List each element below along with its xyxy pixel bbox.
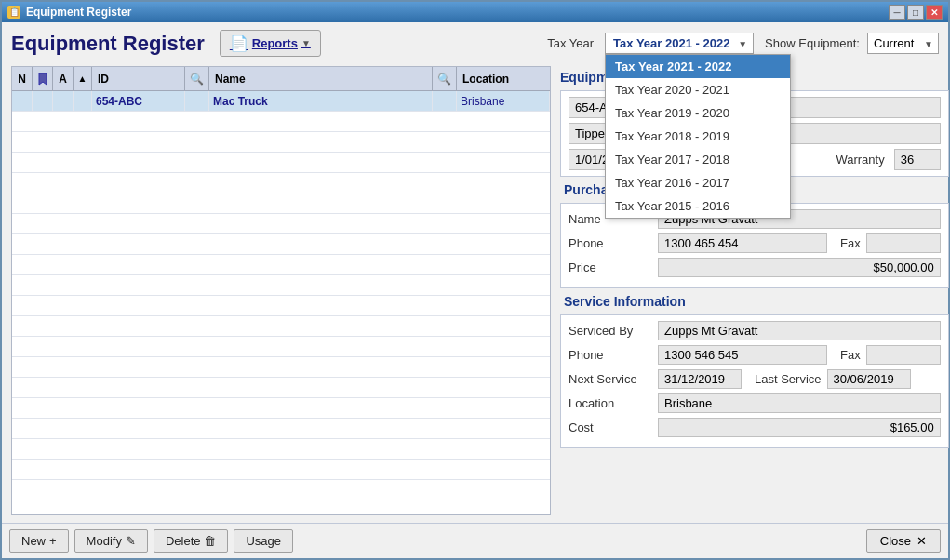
maximize-button[interactable]: □	[907, 5, 924, 20]
delete-button[interactable]: Delete 🗑	[154, 529, 229, 553]
table-row[interactable]	[12, 234, 550, 255]
purchase-phone-row: Phone Fax	[569, 233, 941, 253]
cell-bookmark	[33, 91, 53, 111]
new-icon: +	[49, 534, 57, 548]
col-a-header: A	[53, 67, 74, 90]
tax-year-option-4[interactable]: Tax Year 2017 - 2018	[606, 148, 790, 171]
search-id-icon[interactable]: 🔍	[190, 73, 204, 86]
tax-year-button[interactable]: Tax Year 2021 - 2022	[605, 33, 754, 54]
reports-label: Reports	[252, 36, 298, 50]
tax-year-option-0[interactable]: Tax Year 2021 - 2022	[606, 55, 790, 78]
table-row[interactable]	[12, 480, 550, 500]
tax-year-option-5[interactable]: Tax Year 2016 - 2017	[606, 171, 790, 194]
table-row[interactable]	[12, 378, 550, 398]
cell-sname	[433, 91, 457, 111]
bottom-left-buttons: New + Modify ✎ Delete 🗑 Usage	[9, 529, 293, 553]
service-location-row: Location	[569, 393, 941, 413]
cell-sid	[185, 91, 209, 111]
show-equipment-wrapper[interactable]: Current All Inactive	[867, 33, 939, 54]
top-controls: Tax Year Tax Year 2021 - 2022 Tax Year 2…	[547, 33, 939, 54]
reports-button[interactable]: 📄 Reports ▼	[220, 30, 321, 57]
service-fax-field[interactable]	[866, 345, 941, 365]
last-service-field[interactable]	[827, 369, 911, 389]
service-cost-field[interactable]	[658, 418, 941, 437]
table-row[interactable]	[12, 132, 550, 153]
table-row[interactable]	[12, 357, 550, 378]
service-location-field[interactable]	[658, 393, 941, 413]
table-row[interactable]	[12, 439, 550, 460]
col-sort-header: ▲	[74, 67, 92, 90]
body-area: N A ▲ ID 🔍 Name 🔍 Loc	[11, 66, 939, 515]
tax-year-menu: Tax Year 2021 - 2022 Tax Year 2020 - 202…	[605, 54, 791, 219]
sort-arrow-icon: ▲	[78, 73, 87, 84]
service-phone-field[interactable]	[658, 345, 827, 365]
table-row[interactable]	[12, 173, 550, 193]
service-section: Service Information Serviced By Phone Fa…	[560, 294, 949, 448]
delete-label: Delete	[166, 534, 201, 548]
table-row[interactable]	[12, 153, 550, 173]
table-row[interactable]: 654-ABC Mac Truck Brisbane	[12, 91, 550, 112]
col-name-header: Name	[209, 67, 433, 90]
tax-year-option-6[interactable]: Tax Year 2015 - 2016	[606, 194, 790, 218]
cell-n	[12, 91, 33, 111]
table-row[interactable]	[12, 337, 550, 357]
reports-dropdown-arrow: ▼	[301, 38, 311, 48]
serviced-by-field[interactable]	[658, 321, 941, 340]
table-row[interactable]	[12, 398, 550, 419]
service-phone-label: Phone	[569, 348, 652, 362]
purchase-price-label: Price	[569, 260, 652, 274]
service-cost-label: Cost	[569, 420, 652, 434]
usage-label: Usage	[246, 534, 281, 548]
table-row[interactable]	[12, 193, 550, 214]
tax-year-option-2[interactable]: Tax Year 2019 - 2020	[606, 101, 790, 125]
tax-year-option-3[interactable]: Tax Year 2018 - 2019	[606, 125, 790, 148]
cell-name: Mac Truck	[209, 91, 433, 111]
cell-a	[53, 91, 74, 111]
table-row[interactable]	[12, 275, 550, 296]
service-phone-row: Phone Fax	[569, 345, 941, 365]
cell-id: 654-ABC	[92, 91, 185, 111]
close-button[interactable]: Close ✕	[866, 529, 941, 553]
table-row[interactable]	[12, 255, 550, 275]
new-button[interactable]: New +	[9, 529, 69, 553]
modify-button[interactable]: Modify ✎	[74, 529, 148, 553]
purchase-price-row: Price	[569, 258, 941, 277]
close-icon: ✕	[917, 534, 927, 548]
serviced-by-label: Serviced By	[569, 324, 652, 338]
purchase-phone-field[interactable]	[658, 233, 827, 253]
cell-sort	[74, 91, 92, 111]
warranty-label: Warranty	[836, 153, 884, 167]
table-row[interactable]	[12, 460, 550, 480]
show-equipment-select[interactable]: Current All Inactive	[867, 33, 939, 54]
window-close-button[interactable]: ✕	[926, 5, 943, 20]
usage-button[interactable]: Usage	[234, 529, 293, 553]
table-row[interactable]	[12, 296, 550, 316]
col-location-header: Location	[457, 67, 550, 90]
table-row[interactable]	[12, 316, 550, 337]
col-bookmark-header	[33, 67, 53, 90]
window-icon: 📋	[7, 6, 20, 19]
table-row[interactable]	[12, 214, 550, 234]
purchase-price-field[interactable]	[658, 258, 941, 277]
service-cost-row: Cost	[569, 418, 941, 437]
purchase-fax-field[interactable]	[866, 233, 941, 253]
next-service-label: Next Service	[569, 372, 652, 386]
reports-icon: 📄	[230, 34, 248, 52]
tax-year-label: Tax Year	[547, 36, 594, 50]
search-name-icon[interactable]: 🔍	[437, 73, 451, 86]
service-fax-label: Fax	[840, 348, 861, 362]
modify-icon: ✎	[126, 534, 136, 548]
minimize-button[interactable]: ─	[889, 5, 905, 20]
col-search-id-header: 🔍	[185, 67, 209, 90]
service-serviced-by-row: Serviced By	[569, 321, 941, 340]
show-equipment-label: Show Equipment:	[765, 36, 860, 50]
next-service-field[interactable]	[658, 369, 742, 389]
warranty-field[interactable]	[894, 149, 941, 170]
table-row[interactable]	[12, 112, 550, 132]
purchase-phone-label: Phone	[569, 236, 652, 250]
tax-year-option-1[interactable]: Tax Year 2020 - 2021	[606, 78, 790, 101]
equipment-table: N A ▲ ID 🔍 Name 🔍 Loc	[11, 66, 551, 515]
col-n-header: N	[12, 67, 33, 90]
tax-year-dropdown[interactable]: Tax Year 2021 - 2022 Tax Year 2021 - 202…	[605, 33, 754, 54]
table-row[interactable]	[12, 419, 550, 439]
